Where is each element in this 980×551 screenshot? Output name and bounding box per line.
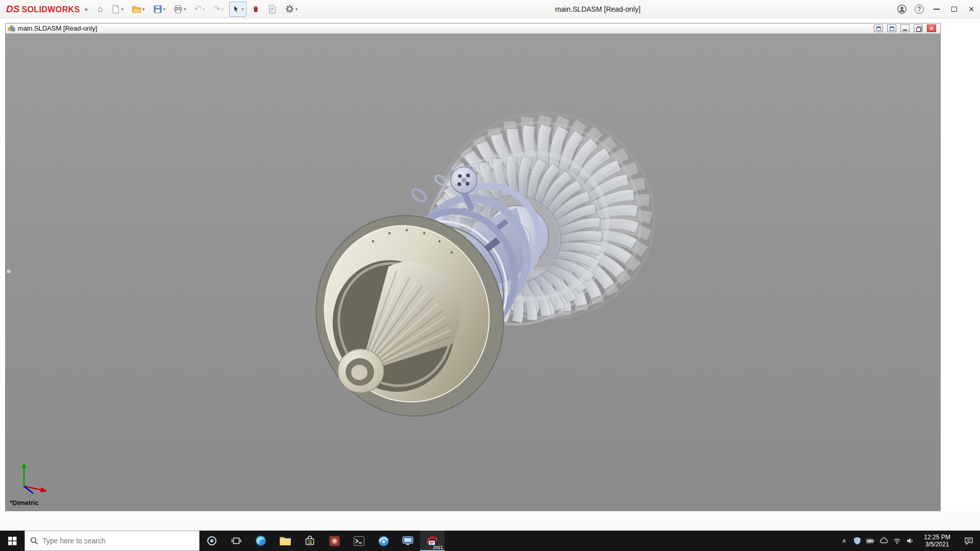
dropdown-caret-icon[interactable]: ▾ — [184, 7, 186, 12]
doc-restore-icon — [916, 27, 921, 31]
status-bar — [0, 511, 980, 531]
tray-network-button[interactable] — [890, 531, 903, 551]
task-view-button[interactable] — [224, 531, 249, 551]
action-center-icon — [964, 537, 973, 545]
redo-icon: ↷ — [213, 5, 220, 13]
new-document-button[interactable]: ▾ — [108, 2, 126, 17]
logo-mark: DS — [6, 4, 19, 15]
doc-minimize-button[interactable] — [900, 24, 910, 32]
taskbar-app-solidworks[interactable]: 2021 — [420, 531, 445, 551]
tray-onedrive-button[interactable] — [877, 531, 890, 551]
open-folder-icon — [132, 5, 141, 14]
windows-taskbar: 2021 ∧ — [0, 531, 980, 551]
component-tool-button[interactable] — [250, 2, 262, 17]
windows-start-icon — [8, 537, 17, 545]
doc-minimize-icon — [903, 30, 907, 31]
help-button[interactable]: ? — [911, 0, 928, 18]
taskbar-app-browser[interactable] — [249, 531, 273, 551]
minimize-icon — [934, 9, 940, 10]
new-document-icon — [111, 5, 120, 14]
quick-access-toolbar: ⌂ ▾ ▾ ▾ — [93, 0, 302, 18]
save-icon — [153, 5, 162, 14]
file-properties-button[interactable] — [265, 2, 279, 17]
cad-viewer-icon — [378, 535, 389, 547]
store-icon — [304, 535, 315, 546]
redo-button[interactable]: ↷ ▾ — [210, 2, 226, 17]
cortana-button[interactable] — [200, 531, 224, 551]
menu-expander-icon[interactable]: ▸ — [83, 5, 94, 13]
options-button[interactable]: ▾ — [282, 2, 301, 17]
search-icon — [30, 537, 38, 545]
wifi-icon — [893, 537, 901, 545]
account-button[interactable] — [893, 0, 911, 18]
maximize-icon — [951, 7, 957, 12]
edge-browser-icon — [255, 535, 267, 547]
home-icon: ⌂ — [97, 5, 103, 13]
close-icon: × — [968, 4, 974, 15]
document-title: main.SLDASM [Read-only] — [18, 24, 97, 32]
clock-date: 3/5/2021 — [917, 541, 958, 548]
system-tray: ∧ — [838, 531, 980, 551]
titlebar-right-controls: ? × — [893, 0, 980, 18]
logo-text: SOLIDWORKS — [21, 5, 80, 14]
file-explorer-icon — [279, 535, 291, 546]
document-titlebar[interactable]: main.SLDASM [Read-only] × — [6, 23, 940, 34]
split-view-button[interactable] — [874, 24, 883, 32]
terminal-icon — [353, 535, 365, 547]
speaker-icon — [906, 537, 915, 545]
taskbar-app-terminal[interactable] — [347, 531, 371, 551]
open-button[interactable]: ▾ — [129, 2, 148, 17]
display-app-icon — [402, 535, 414, 546]
dropdown-caret-icon[interactable]: ▾ — [163, 7, 166, 12]
dropdown-caret-icon[interactable]: ▾ — [121, 7, 124, 12]
tray-volume-button[interactable] — [903, 531, 917, 551]
app-titlebar: DS SOLIDWORKS ▸ ⌂ ▾ ▾ ▾ — [0, 0, 980, 18]
dropdown-caret-icon[interactable]: ▾ — [241, 7, 244, 12]
tray-overflow-chevron[interactable]: ∧ — [838, 537, 850, 544]
minimize-button[interactable] — [928, 0, 945, 18]
dropdown-caret-icon[interactable]: ▾ — [296, 7, 298, 12]
view-orientation-label: *Dimetric — [10, 499, 39, 507]
tray-battery-button[interactable] — [864, 531, 877, 551]
graphics-viewport[interactable]: *Dimetric — [6, 34, 940, 511]
solidworks-year-badge: 2021 — [433, 545, 443, 550]
feature-manager-collapsed-tab[interactable] — [7, 269, 11, 273]
select-tool-button[interactable]: ▾ — [229, 2, 247, 17]
undo-button[interactable]: ↶ ▾ — [192, 2, 208, 17]
dropdown-caret-icon: ▾ — [203, 7, 205, 12]
taskbar-search[interactable] — [24, 531, 200, 551]
dropdown-caret-icon[interactable]: ▾ — [142, 7, 145, 12]
cortana-icon — [206, 535, 217, 546]
print-button[interactable]: ▾ — [171, 2, 189, 17]
photos-app-icon — [329, 535, 340, 547]
doc-restore-button[interactable] — [914, 24, 923, 32]
taskbar-app-file-explorer[interactable] — [273, 531, 298, 551]
engine-3d-model[interactable] — [312, 108, 659, 429]
home-button[interactable]: ⌂ — [95, 2, 105, 17]
print-icon — [174, 5, 183, 14]
action-center-button[interactable] — [958, 537, 980, 545]
doc-close-button[interactable]: × — [927, 24, 936, 32]
taskbar-app-photos[interactable] — [322, 531, 347, 551]
select-cursor-icon — [232, 5, 240, 14]
lifting-hook — [410, 187, 428, 204]
solidworks-logo: DS SOLIDWORKS — [0, 4, 83, 15]
shield-icon — [853, 537, 861, 545]
file-properties-icon — [267, 5, 277, 14]
gear-icon — [285, 4, 295, 14]
tray-defender-button[interactable] — [850, 531, 864, 551]
tile-view-icon — [890, 27, 894, 31]
maximize-button[interactable] — [945, 0, 963, 18]
taskbar-clock[interactable]: 12:25 PM 3/5/2021 — [917, 534, 958, 548]
search-input[interactable] — [42, 537, 194, 545]
tile-view-button[interactable] — [887, 24, 896, 32]
component-cylinder-icon — [252, 5, 259, 14]
close-button[interactable]: × — [963, 0, 980, 18]
taskbar-app-store[interactable] — [298, 531, 322, 551]
taskbar-app-viewer[interactable] — [371, 531, 396, 551]
start-button[interactable] — [0, 531, 24, 551]
taskbar-app-display[interactable] — [396, 531, 420, 551]
split-view-icon — [876, 27, 881, 31]
save-button[interactable]: ▾ — [151, 2, 168, 17]
battery-icon — [866, 537, 875, 545]
